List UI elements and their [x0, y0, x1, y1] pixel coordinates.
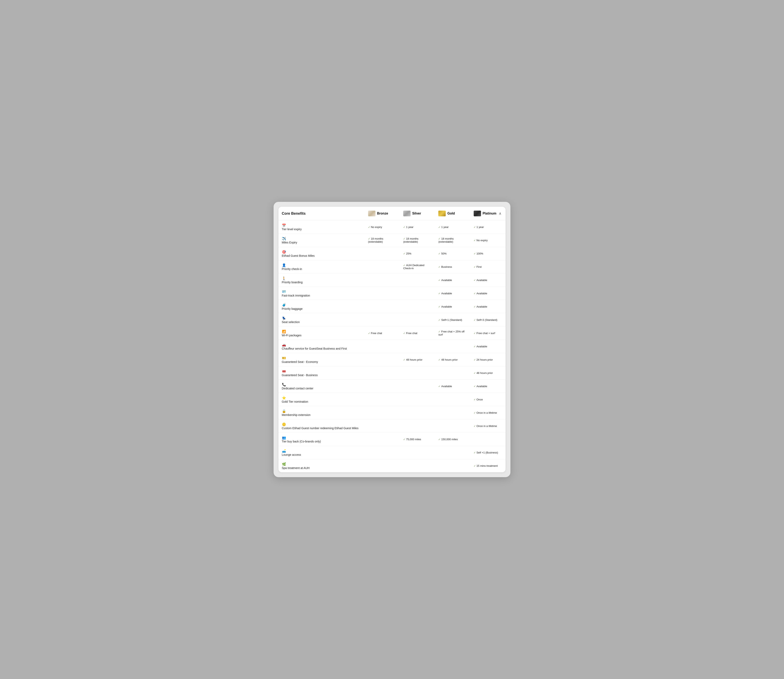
- gold-value: [435, 406, 470, 419]
- benefit-name-text: Seat selection: [282, 321, 300, 324]
- table-row: ⭐Gold Tier nomination✓Once: [279, 393, 505, 406]
- silver-value: ✓25%: [400, 247, 435, 260]
- benefit-name-text: Miles Expiry: [282, 241, 297, 244]
- checkmark-icon: ✓: [438, 330, 441, 333]
- checkmark-icon: ✓: [474, 266, 476, 268]
- silver-value: [400, 274, 435, 287]
- benefit-name-cell: 🎫Guaranteed Seat - Economy: [279, 353, 365, 366]
- platinum-value: ✓Available: [470, 300, 505, 313]
- checkmark-icon: ✓: [474, 451, 476, 454]
- gold-value: [435, 393, 470, 406]
- benefit-name-text: Lounge access: [282, 453, 301, 456]
- bronze-value: [365, 459, 400, 472]
- checkmark-icon: ✓: [474, 292, 476, 295]
- table-header-benefits: Core Benefits: [279, 207, 365, 221]
- table-row: 🪙Custom Etihad Guest number redeeming Et…: [279, 419, 505, 433]
- silver-value: ✓18 months (extendable): [400, 234, 435, 247]
- benefit-name-text: Wi-Fi packages: [282, 334, 301, 337]
- gold-value: [435, 366, 470, 380]
- gold-value: ✓150,000 miles: [435, 433, 470, 446]
- table-row: 📅Tier level expiry✓No expiry✓1 year✓1 ye…: [279, 221, 505, 234]
- silver-header: Silver: [400, 207, 435, 221]
- benefit-icon: 📞: [282, 382, 286, 387]
- benefit-name-text: Tier buy back (Co-brands only): [282, 440, 321, 443]
- gold-value: [435, 446, 470, 459]
- benefit-name-text: Priority check-in: [282, 268, 302, 271]
- silver-value: [400, 366, 435, 380]
- silver-label: Silver: [412, 212, 421, 215]
- benefit-name-text: Chauffeur service for GuestSeat Business…: [282, 347, 347, 350]
- checkmark-icon: ✓: [403, 332, 405, 335]
- silver-value: [400, 419, 435, 433]
- benefit-icon: 🪪: [282, 289, 286, 294]
- checkmark-icon: ✓: [474, 385, 476, 388]
- bronze-value: [365, 260, 400, 274]
- collapse-button[interactable]: ∧: [498, 210, 502, 216]
- silver-value: [400, 406, 435, 419]
- checkmark-icon: ✓: [368, 332, 370, 335]
- checkmark-icon: ✓: [368, 226, 370, 228]
- checkmark-icon: ✓: [474, 332, 476, 335]
- gold-value: ✓Free chat + 25% off surf: [435, 327, 470, 340]
- bronze-value: [365, 340, 400, 353]
- gold-value: [435, 340, 470, 353]
- gold-value: ✓Available: [435, 380, 470, 393]
- bronze-value: ✓Free chat: [365, 327, 400, 340]
- bronze-value: ✓No expiry: [365, 221, 400, 234]
- bronze-value: [365, 380, 400, 393]
- platinum-value: ✓No expiry: [470, 234, 505, 247]
- benefit-name-cell: ⭐Gold Tier nomination: [279, 393, 365, 406]
- silver-value: [400, 313, 435, 327]
- benefit-name-cell: 🌿Spa treatment at AUH: [279, 459, 365, 472]
- benefit-name-cell: 💺Seat selection: [279, 313, 365, 327]
- bronze-value: ✓18 months (extendable): [365, 234, 400, 247]
- gold-value: ✓1 year: [435, 221, 470, 234]
- checkmark-icon: ✓: [403, 252, 405, 255]
- benefit-name-cell: 🛋️Lounge access: [279, 446, 365, 459]
- checkmark-icon: ✓: [438, 226, 441, 228]
- platinum-value: ✓Available: [470, 287, 505, 300]
- gold-icon: [438, 211, 446, 216]
- checkmark-icon: ✓: [474, 305, 476, 308]
- benefit-icon: 🌿: [282, 462, 286, 466]
- platinum-value: ✓Free chat + surf: [470, 327, 505, 340]
- benefit-name-text: Priority boarding: [282, 281, 303, 284]
- silver-value: [400, 340, 435, 353]
- bronze-value: [365, 406, 400, 419]
- table-row: 🎫Guaranteed Seat - Economy✓48 hours prio…: [279, 353, 505, 366]
- benefit-icon: ⭐: [282, 396, 286, 400]
- bronze-value: [365, 274, 400, 287]
- checkmark-icon: ✓: [368, 237, 370, 240]
- checkmark-icon: ✓: [438, 358, 441, 361]
- benefit-name-text: Spa treatment at AUH: [282, 466, 309, 469]
- benefit-icon: 📅: [282, 223, 286, 228]
- benefit-name-cell: 📶Wi-Fi packages: [279, 327, 365, 340]
- checkmark-icon: ✓: [474, 411, 476, 414]
- checkmark-icon: ✓: [438, 385, 441, 388]
- benefit-icon: 🧳: [282, 303, 286, 307]
- table-row: 🧳Priority baggage✓Available✓Available: [279, 300, 505, 313]
- checkmark-icon: ✓: [403, 438, 405, 441]
- table-row: 📶Wi-Fi packages✓Free chat✓Free chat✓Free…: [279, 327, 505, 340]
- checkmark-icon: ✓: [403, 226, 405, 228]
- silver-value: ✓75,000 miles: [400, 433, 435, 446]
- checkmark-icon: ✓: [474, 345, 476, 348]
- bronze-value: [365, 433, 400, 446]
- bronze-value: [365, 287, 400, 300]
- table-row: 🪪Fast-track immigration✓Available✓Availa…: [279, 287, 505, 300]
- table-row: 🚗Chauffeur service for GuestSeat Busines…: [279, 340, 505, 353]
- benefit-name-cell: 📞Dedicated contact center: [279, 380, 365, 393]
- benefit-name-cell: 📅Tier level expiry: [279, 221, 365, 234]
- benefit-name-cell: ✈️Miles Expiry: [279, 234, 365, 247]
- bronze-value: [365, 419, 400, 433]
- table-row: 👤Priority check-in✓AUH Dedicated Check-i…: [279, 260, 505, 274]
- checkmark-icon: ✓: [474, 372, 476, 374]
- table-row: 📞Dedicated contact center✓Available✓Avai…: [279, 380, 505, 393]
- bronze-icon: [368, 211, 375, 216]
- checkmark-icon: ✓: [474, 358, 476, 361]
- platinum-icon: [474, 211, 481, 216]
- platinum-label: Platinum: [483, 212, 497, 215]
- silver-value: ✓AUH Dedicated Check-in: [400, 260, 435, 274]
- table-row: 🌿Spa treatment at AUH✓15 mins treatment: [279, 459, 505, 472]
- checkmark-icon: ✓: [403, 264, 405, 267]
